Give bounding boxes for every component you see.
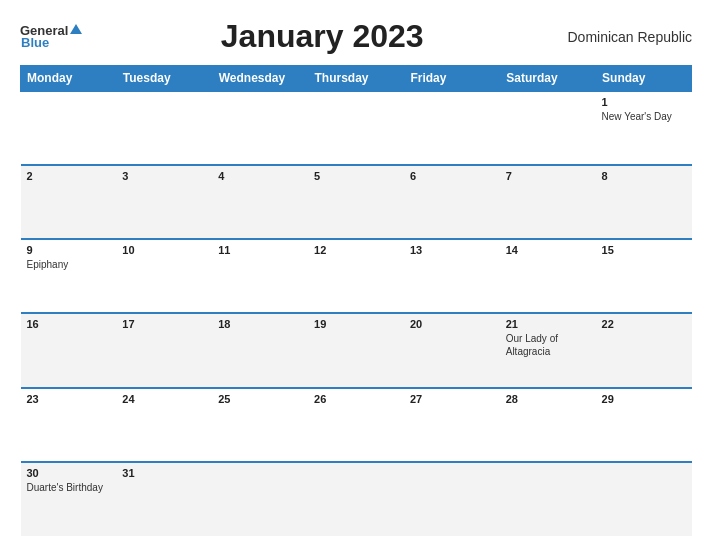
calendar-cell: 30Duarte's Birthday: [21, 462, 117, 536]
calendar-cell: 22: [596, 313, 692, 387]
col-thursday: Thursday: [308, 66, 404, 92]
calendar-cell: [404, 462, 500, 536]
page: General Blue January 2023 Dominican Repu…: [0, 0, 712, 550]
calendar-cell: 10: [116, 239, 212, 313]
calendar-cell: 29: [596, 388, 692, 462]
calendar-cell: 15: [596, 239, 692, 313]
day-number: 27: [410, 393, 494, 405]
day-number: 14: [506, 244, 590, 256]
day-number: 10: [122, 244, 206, 256]
calendar-cell: 20: [404, 313, 500, 387]
day-number: 4: [218, 170, 302, 182]
calendar-cell: 23: [21, 388, 117, 462]
col-wednesday: Wednesday: [212, 66, 308, 92]
calendar-cell: 6: [404, 165, 500, 239]
day-number: 20: [410, 318, 494, 330]
calendar-cell: 25: [212, 388, 308, 462]
calendar-cell: 17: [116, 313, 212, 387]
calendar-cell: [500, 91, 596, 165]
header: General Blue January 2023 Dominican Repu…: [20, 18, 692, 55]
calendar-cell: [212, 91, 308, 165]
col-friday: Friday: [404, 66, 500, 92]
calendar-cell: [404, 91, 500, 165]
day-number: 7: [506, 170, 590, 182]
calendar-cell: 13: [404, 239, 500, 313]
weekday-header-row: Monday Tuesday Wednesday Thursday Friday…: [21, 66, 692, 92]
event-label: New Year's Day: [602, 111, 672, 122]
day-number: 5: [314, 170, 398, 182]
day-number: 16: [27, 318, 111, 330]
day-number: 21: [506, 318, 590, 330]
calendar-cell: 11: [212, 239, 308, 313]
day-number: 6: [410, 170, 494, 182]
calendar-cell: 28: [500, 388, 596, 462]
logo-blue-text: Blue: [21, 35, 49, 50]
calendar-cell: 31: [116, 462, 212, 536]
col-sunday: Sunday: [596, 66, 692, 92]
calendar-cell: 4: [212, 165, 308, 239]
col-monday: Monday: [21, 66, 117, 92]
day-number: 19: [314, 318, 398, 330]
col-tuesday: Tuesday: [116, 66, 212, 92]
day-number: 8: [602, 170, 686, 182]
calendar-cell: 27: [404, 388, 500, 462]
day-number: 24: [122, 393, 206, 405]
calendar-cell: [21, 91, 117, 165]
calendar-cell: 26: [308, 388, 404, 462]
day-number: 3: [122, 170, 206, 182]
day-number: 17: [122, 318, 206, 330]
day-number: 11: [218, 244, 302, 256]
calendar-cell: 21Our Lady of Altagracia: [500, 313, 596, 387]
day-number: 31: [122, 467, 206, 479]
calendar-cell: 18: [212, 313, 308, 387]
calendar-week-row: 2345678: [21, 165, 692, 239]
calendar-cell: 7: [500, 165, 596, 239]
calendar-cell: [116, 91, 212, 165]
day-number: 2: [27, 170, 111, 182]
day-number: 1: [602, 96, 686, 108]
calendar-cell: 1New Year's Day: [596, 91, 692, 165]
calendar-week-row: 161718192021Our Lady of Altagracia22: [21, 313, 692, 387]
calendar-cell: [308, 91, 404, 165]
calendar-cell: 24: [116, 388, 212, 462]
calendar-title: January 2023: [82, 18, 562, 55]
calendar-cell: 19: [308, 313, 404, 387]
calendar-week-row: 9Epiphany101112131415: [21, 239, 692, 313]
day-number: 30: [27, 467, 111, 479]
calendar-table: Monday Tuesday Wednesday Thursday Friday…: [20, 65, 692, 536]
event-label: Duarte's Birthday: [27, 482, 103, 493]
calendar-cell: 12: [308, 239, 404, 313]
day-number: 26: [314, 393, 398, 405]
day-number: 13: [410, 244, 494, 256]
day-number: 29: [602, 393, 686, 405]
calendar-cell: [212, 462, 308, 536]
calendar-cell: 9Epiphany: [21, 239, 117, 313]
event-label: Our Lady of Altagracia: [506, 333, 558, 357]
logo-triangle-icon: [70, 24, 82, 34]
day-number: 12: [314, 244, 398, 256]
calendar-cell: 3: [116, 165, 212, 239]
day-number: 15: [602, 244, 686, 256]
calendar-cell: [308, 462, 404, 536]
logo: General Blue: [20, 24, 82, 50]
day-number: 25: [218, 393, 302, 405]
day-number: 28: [506, 393, 590, 405]
day-number: 23: [27, 393, 111, 405]
calendar-week-row: 1New Year's Day: [21, 91, 692, 165]
calendar-cell: [500, 462, 596, 536]
calendar-cell: 14: [500, 239, 596, 313]
calendar-cell: 2: [21, 165, 117, 239]
event-label: Epiphany: [27, 259, 69, 270]
col-saturday: Saturday: [500, 66, 596, 92]
day-number: 22: [602, 318, 686, 330]
day-number: 9: [27, 244, 111, 256]
day-number: 18: [218, 318, 302, 330]
calendar-week-row: 23242526272829: [21, 388, 692, 462]
calendar-cell: 16: [21, 313, 117, 387]
calendar-cell: [596, 462, 692, 536]
country-name: Dominican Republic: [562, 29, 692, 45]
calendar-cell: 5: [308, 165, 404, 239]
calendar-cell: 8: [596, 165, 692, 239]
calendar-week-row: 30Duarte's Birthday31: [21, 462, 692, 536]
